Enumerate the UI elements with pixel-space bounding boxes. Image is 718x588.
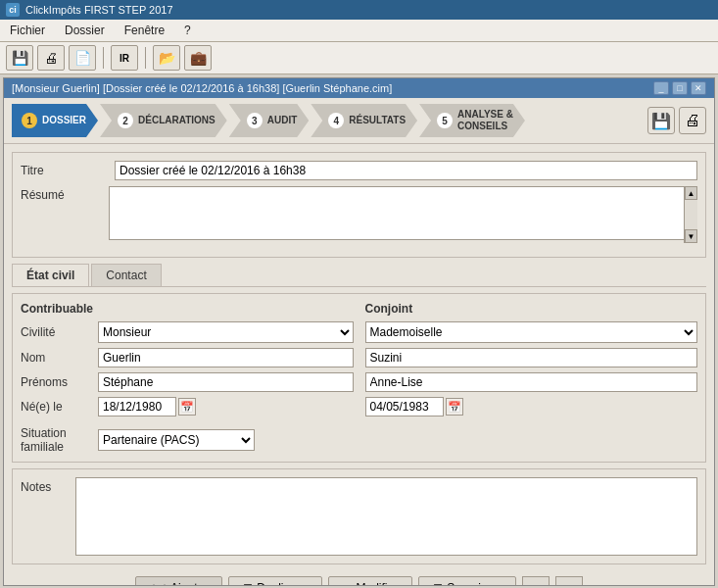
prenoms-input-c[interactable] <box>98 372 354 392</box>
civilite-row-c: Civilité Monsieur Madame Mademoiselle <box>21 321 354 343</box>
notes-section: Notes <box>12 468 706 564</box>
resume-wrap: ▲ ▼ <box>109 186 697 243</box>
date-wrap-c: 📅 <box>98 397 196 416</box>
notes-row: Notes <box>21 477 697 556</box>
scroll-up[interactable]: ▲ <box>685 186 697 200</box>
step-num-1: 1 <box>22 113 37 128</box>
step-declarations[interactable]: 2 DÉCLARATIONS <box>100 104 227 137</box>
menu-fenetre[interactable]: Fenêtre <box>119 22 170 39</box>
notes-label: Notes <box>21 477 70 494</box>
two-col-layout: Contribuable Civilité Monsieur Madame Ma… <box>21 302 697 421</box>
step-label-4: RÉSULTATS <box>349 115 406 126</box>
export-button[interactable]: 💼 <box>184 45 212 71</box>
sub-title-text: [Monsieur Guerlin] [Dossier créé le 02/1… <box>12 82 392 94</box>
nom-input-j[interactable] <box>365 348 698 368</box>
ir-button[interactable]: IR <box>111 45 138 71</box>
resume-row: Résumé ▲ ▼ <box>21 186 697 243</box>
menu-fichier[interactable]: Fichier <box>4 22 51 39</box>
date-picker-c[interactable]: 📅 <box>178 398 196 416</box>
toolbar-separator2 <box>145 47 146 69</box>
menu-dossier[interactable]: Dossier <box>59 22 111 39</box>
nom-label-c: Nom <box>21 351 94 365</box>
sit-fam-row: Situation familiale Célibataire Marié(e)… <box>21 426 697 454</box>
minimize-button[interactable]: _ <box>653 81 669 95</box>
resume-scrollbar[interactable]: ▲ ▼ <box>684 186 697 243</box>
step-dossier[interactable]: 1 DOSSIER <box>12 104 98 137</box>
nele-row-c: Né(e) le 📅 <box>21 397 354 416</box>
title-bar: ci ClickImpôts FIRST STEP 2017 <box>0 0 718 20</box>
titre-label: Titre <box>21 164 109 177</box>
print-dossier-button[interactable]: 🖨 <box>679 107 706 134</box>
tab-bar: État civil Contact <box>12 264 706 287</box>
save-button[interactable]: 💾 <box>6 45 33 71</box>
civilite-select-j[interactable]: Monsieur Madame Mademoiselle <box>365 321 698 343</box>
close-button[interactable]: ✕ <box>691 81 706 95</box>
step-num-5: 5 <box>437 113 453 128</box>
save-dossier-button[interactable]: 💾 <box>647 107 675 134</box>
tab-etat-civil[interactable]: État civil <box>12 264 89 286</box>
step-label-1: DOSSIER <box>42 115 86 126</box>
toolbar-separator <box>103 47 104 69</box>
date-wrap-j: 📅 <box>365 397 463 416</box>
import-button[interactable]: 📂 <box>153 45 180 71</box>
date-picker-j[interactable]: 📅 <box>446 398 463 416</box>
menu-help[interactable]: ? <box>178 22 197 39</box>
tab-contact[interactable]: Contact <box>91 264 161 286</box>
ajouter-button[interactable]: + + Ajouter <box>135 576 222 585</box>
modifier-label: Modifier <box>357 581 399 585</box>
action-buttons: + + Ajouter ⊟ Dupliquer ✏ Modifier ⊟ Sup… <box>12 570 706 585</box>
titre-input[interactable] <box>115 161 697 180</box>
dupliquer-button[interactable]: ⊟ Dupliquer <box>228 576 321 585</box>
date-input-j[interactable] <box>365 397 444 416</box>
contribuable-label: Contribuable <box>21 302 354 316</box>
modifier-button[interactable]: ✏ Modifier <box>328 576 413 585</box>
move-up-button[interactable]: ▲ <box>522 576 550 585</box>
title-bar-text: ClickImpôts FIRST STEP 2017 <box>25 4 173 16</box>
resume-textarea[interactable] <box>109 186 697 240</box>
step-analyse[interactable]: 5 ANALYSE &CONSEILS <box>419 104 525 137</box>
step-num-2: 2 <box>118 113 133 128</box>
step-resultats[interactable]: 4 RÉSULTATS <box>311 104 417 137</box>
civilite-label-c: Civilité <box>21 325 94 339</box>
menu-bar: Fichier Dossier Fenêtre ? <box>0 20 718 42</box>
main-content: Titre Résumé ▲ ▼ État civil <box>4 144 714 585</box>
titre-row: Titre <box>21 161 697 180</box>
ajouter-icon: + <box>150 581 157 585</box>
notes-textarea[interactable] <box>75 477 697 556</box>
step-label-2: DÉCLARATIONS <box>138 115 215 126</box>
print-button[interactable]: 🖨 <box>37 45 65 71</box>
dupliquer-icon: ⊟ <box>243 581 253 585</box>
step-num-3: 3 <box>247 113 263 128</box>
toolbar: 💾 🖨 📄 IR 📂 💼 <box>0 42 718 74</box>
sub-title-bar: [Monsieur Guerlin] [Dossier créé le 02/1… <box>4 78 714 98</box>
civil-section: Contribuable Civilité Monsieur Madame Ma… <box>12 293 706 463</box>
prenoms-row-j <box>365 372 698 392</box>
step-num-4: 4 <box>328 113 344 128</box>
scroll-down[interactable]: ▼ <box>685 229 697 243</box>
restore-button[interactable]: □ <box>672 81 688 95</box>
prenoms-row-c: Prénoms <box>21 372 354 392</box>
modifier-icon: ✏ <box>343 581 353 585</box>
ajouter-label: + Ajouter <box>161 581 208 585</box>
nele-row-j: 📅 <box>365 397 698 416</box>
app-window: [Monsieur Guerlin] [Dossier créé le 02/1… <box>3 77 715 586</box>
window-controls: _ □ ✕ <box>653 81 706 95</box>
new-button[interactable]: 📄 <box>69 45 96 71</box>
supprimer-icon: ⊟ <box>433 581 443 585</box>
prenoms-input-j[interactable] <box>365 372 698 392</box>
move-down-button[interactable]: ▼ <box>555 576 583 585</box>
nom-row-j <box>365 348 698 368</box>
prenoms-label-c: Prénoms <box>21 375 94 389</box>
sit-fam-label: Situation familiale <box>21 426 94 454</box>
nom-input-c[interactable] <box>98 348 354 368</box>
resume-label: Résumé <box>21 186 109 202</box>
supprimer-button[interactable]: ⊟ Supprimer <box>418 576 515 585</box>
date-input-c[interactable] <box>98 397 176 416</box>
step-audit[interactable]: 3 AUDIT <box>229 104 310 137</box>
sit-fam-select[interactable]: Célibataire Marié(e) Partenaire (PACS) D… <box>98 429 255 451</box>
titre-section: Titre Résumé ▲ ▼ <box>12 152 706 258</box>
civilite-select-c[interactable]: Monsieur Madame Mademoiselle <box>98 321 354 343</box>
step-label-5: ANALYSE &CONSEILS <box>457 109 513 132</box>
conjoint-col: Conjoint Monsieur Madame Mademoiselle <box>365 302 698 421</box>
nele-label-c: Né(e) le <box>21 400 94 414</box>
